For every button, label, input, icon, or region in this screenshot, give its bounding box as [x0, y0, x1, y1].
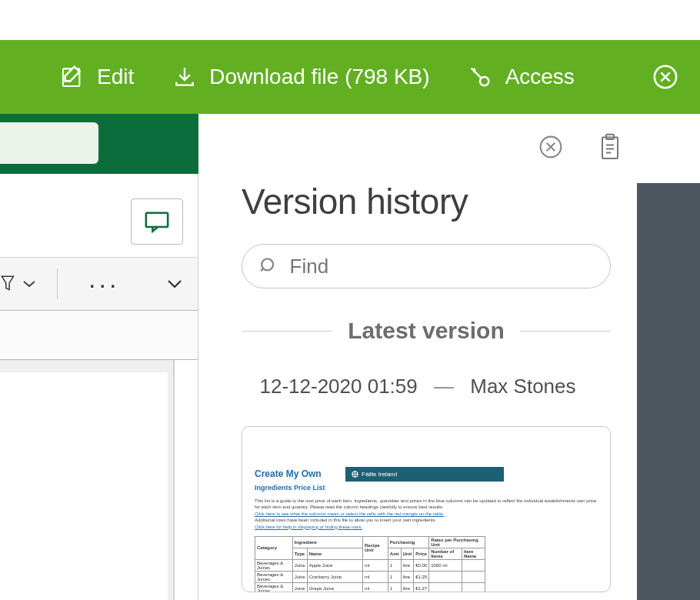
access-button[interactable]: Access: [467, 64, 575, 90]
comment-icon: [144, 210, 170, 233]
thumb-description: This list is a guide to the cost price o…: [255, 498, 598, 530]
download-icon: [172, 65, 197, 89]
table-cell: Cranberry Juice: [307, 571, 362, 582]
panel-title: Version history: [242, 181, 637, 222]
brand-logo-icon: [352, 471, 358, 478]
edit-button[interactable]: Edit: [60, 65, 134, 89]
close-icon: [538, 135, 563, 159]
version-history-panel: Version history Latest version 12-12-202…: [198, 119, 637, 600]
th-recipe-unit: Recipe Unit: [362, 536, 388, 559]
thumb-note: Additional rows have been included in th…: [255, 518, 436, 522]
table-row: Beverages & JuicesJuiceApple Juiceml1lit…: [255, 559, 485, 571]
chevron-down-icon: [22, 278, 37, 289]
th-unit: Unit: [401, 548, 414, 559]
meta-separator: —: [434, 375, 454, 398]
table-cell: ml: [362, 571, 388, 582]
download-label: Download file (798 KB): [209, 65, 429, 89]
excel-sheet-page[interactable]: [0, 372, 168, 600]
svg-point-7: [262, 258, 273, 270]
th-amt: Amt: [388, 548, 401, 559]
filter-dropdown[interactable]: [0, 274, 37, 294]
table-cell: ml: [362, 559, 388, 571]
table-cell: €1.27: [414, 582, 429, 592]
table-cell: 1: [388, 582, 401, 592]
version-thumbnail[interactable]: Create My Own Fáilte Ireland Ingredients…: [242, 426, 611, 592]
excel-formula-bar[interactable]: [0, 311, 198, 360]
excel-ribbon-tab[interactable]: [0, 122, 98, 164]
table-cell: litre: [401, 571, 414, 582]
divider: [242, 331, 332, 332]
thumb-brand-label: Fáilte Ireland: [362, 471, 397, 478]
right-dark-strip: [637, 183, 700, 600]
table-cell: 1000 ml: [429, 559, 462, 571]
th-rates: Rates per Purchasing Unit: [429, 536, 485, 548]
close-button[interactable]: [652, 64, 678, 90]
clipboard-icon: [598, 133, 622, 161]
search-field[interactable]: [242, 244, 611, 288]
access-label: Access: [505, 65, 575, 89]
edit-icon: [60, 65, 85, 89]
table-cell: Juice: [292, 559, 307, 571]
table-cell: Beverages & Juices: [255, 571, 293, 582]
table-cell: Grape Juice: [307, 582, 362, 592]
thumb-subtitle: Ingredients Price List: [255, 484, 598, 492]
table-cell: [462, 582, 485, 592]
version-author: Max Stones: [470, 375, 575, 398]
thumb-link-1: Click here to see what the columns mean …: [255, 511, 598, 517]
table-row: Beverages & JuicesJuiceGrape Juiceml1lit…: [255, 582, 485, 592]
thumb-link-2: Click here for help in displaying or hid…: [255, 524, 598, 530]
table-cell: Apple Juice: [307, 559, 362, 571]
panel-close-button[interactable]: [538, 135, 563, 159]
table-cell: litre: [401, 559, 414, 571]
thumb-guide-text: This list is a guide to the cost price o…: [255, 498, 596, 509]
th-ingredient: Ingredient: [292, 536, 362, 548]
section-label: Latest version: [348, 318, 504, 344]
table-cell: €0.00: [414, 559, 429, 571]
th-price: Price: [414, 548, 429, 559]
table-cell: [429, 571, 462, 582]
edit-label: Edit: [97, 65, 134, 89]
close-icon: [652, 64, 678, 90]
table-cell: [462, 559, 485, 571]
divider: [57, 268, 58, 299]
collapse-chevron[interactable]: [165, 278, 184, 290]
table-cell: litre: [401, 582, 414, 592]
table-row: Beverages & JuicesJuiceCranberry Juiceml…: [255, 571, 485, 582]
th-item-name: Item Name: [462, 548, 485, 559]
comment-button[interactable]: [131, 198, 183, 245]
svg-rect-5: [602, 138, 618, 159]
version-datetime: 12-12-2020 01:59: [259, 375, 417, 398]
table-cell: 1: [388, 571, 401, 582]
table-cell: [462, 571, 485, 582]
table-cell: €1.25: [414, 571, 429, 582]
thumb-table: Category Ingredient Recipe Unit Purchasi…: [255, 536, 485, 592]
download-button[interactable]: Download file (798 KB): [172, 65, 429, 89]
th-name: Name: [307, 548, 362, 559]
table-cell: 1: [388, 559, 401, 571]
clipboard-button[interactable]: [598, 133, 622, 161]
panel-toolbar: [198, 119, 637, 175]
svg-rect-3: [146, 213, 168, 227]
excel-scroll-gutter: [174, 360, 198, 600]
version-meta: 12-12-2020 01:59 — Max Stones: [198, 375, 637, 398]
table-cell: ml: [362, 582, 388, 592]
th-num-items: Number of Items: [429, 548, 462, 559]
action-toolbar: Edit Download file (798 KB) Access: [0, 40, 700, 114]
table-cell: [429, 582, 462, 592]
table-cell: Juice: [292, 571, 307, 582]
search-icon: [259, 255, 279, 277]
svg-point-1: [480, 77, 488, 85]
search-input[interactable]: [290, 255, 610, 278]
th-category: Category: [255, 536, 293, 559]
excel-secondary-toolbar: ···: [0, 257, 198, 311]
chevron-down-icon: [165, 278, 184, 290]
th-type: Type: [292, 548, 307, 559]
key-icon: [467, 64, 493, 90]
table-cell: Beverages & Juices: [255, 582, 293, 592]
table-cell: Beverages & Juices: [255, 559, 293, 571]
table-cell: Juice: [292, 582, 307, 592]
filter-icon: [0, 274, 17, 294]
thumb-brand-bar: Fáilte Ireland: [345, 467, 504, 482]
divider: [520, 331, 611, 332]
th-purchasing: Purchasing: [388, 536, 428, 548]
